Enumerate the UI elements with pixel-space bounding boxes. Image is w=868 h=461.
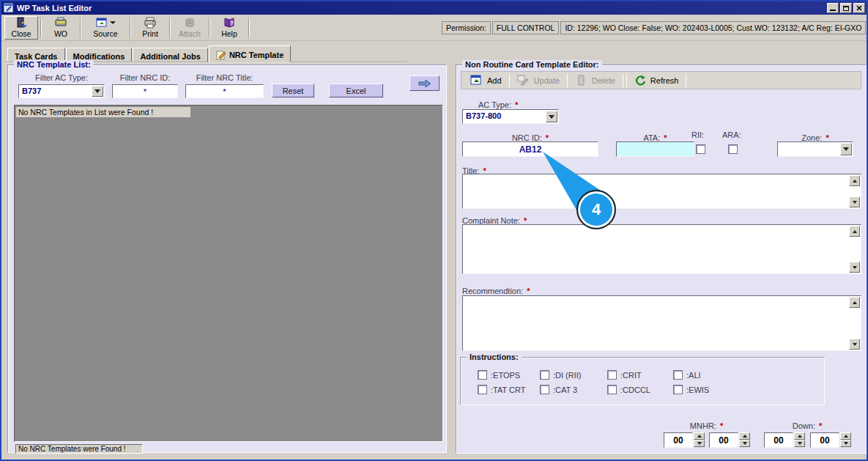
workorder-details: ID: 12296; WO Close: False; WO: 202403-L… — [560, 21, 866, 34]
stamp-icon — [183, 17, 196, 29]
title-bar: WP Task List Editor — [1, 1, 867, 15]
recommendation-textarea[interactable] — [462, 295, 861, 351]
print-button-label: Print — [142, 29, 158, 38]
spin-down-button[interactable] — [739, 440, 750, 447]
minimize-button[interactable] — [827, 3, 839, 13]
attach-button[interactable]: Attach — [173, 16, 207, 40]
recommendation-label-text: Recommendtion: — [462, 287, 523, 295]
crit-checkbox[interactable] — [607, 370, 617, 380]
scroll-down-button[interactable] — [849, 339, 860, 350]
exit-door-icon — [15, 17, 28, 29]
nrc-template-list-panel: NRC Template List: Filter AC Type: Filte… — [7, 64, 447, 453]
etops-checkbox[interactable] — [478, 370, 487, 380]
complaint-note-textarea[interactable] — [462, 224, 861, 274]
instructions-title: Instructions: — [467, 353, 522, 361]
delete-button[interactable]: Delete — [569, 73, 621, 88]
mnhr-hours-input[interactable] — [664, 432, 693, 448]
printer-device-icon — [54, 17, 67, 29]
ali-checkbox[interactable] — [673, 370, 683, 380]
nrc-id-input[interactable] — [462, 141, 598, 157]
collapse-panel-button[interactable] — [409, 75, 439, 91]
help-button[interactable]: ? Help — [212, 16, 246, 40]
tat-crt-checkbox[interactable] — [478, 385, 487, 394]
scroll-down-button[interactable] — [849, 196, 860, 207]
ac-type-combobox[interactable]: B737-800 — [462, 109, 559, 124]
ara-checkbox[interactable] — [728, 144, 738, 154]
title-textarea[interactable] — [462, 174, 861, 209]
nrc-template-list[interactable]: No NRC Templates in List were Found ! — [14, 105, 443, 442]
chevron-down-icon — [94, 89, 100, 93]
wo-button[interactable]: WO — [44, 16, 78, 40]
filter-nrc-title-label: Filter NRC Title: — [185, 73, 264, 82]
toolbar-separator — [248, 18, 250, 38]
di-rii-checkbox[interactable] — [540, 370, 549, 380]
toolbar-separator — [567, 74, 568, 87]
zone-combobox[interactable] — [777, 141, 853, 157]
scroll-up-button[interactable] — [849, 175, 860, 186]
app-window: WP Task List Editor Close WO — [0, 0, 868, 461]
restore-icon — [843, 6, 849, 11]
spin-up-button[interactable] — [739, 432, 750, 440]
scroll-down-button[interactable] — [849, 262, 860, 273]
tab-nrc-template[interactable]: NRC Template — [209, 45, 291, 62]
update-button[interactable]: Update — [511, 73, 565, 88]
excel-button[interactable]: Excel — [329, 84, 383, 97]
toolbar-separator — [209, 18, 210, 38]
book-question-icon: ? — [223, 17, 236, 29]
ewis-label: :EWIS — [686, 386, 709, 394]
arrow-down-icon — [844, 442, 848, 445]
required-marker: * — [527, 287, 530, 295]
reset-button[interactable]: Reset — [272, 84, 314, 97]
chevron-down-icon — [843, 147, 849, 151]
spin-up-button[interactable] — [840, 432, 851, 440]
help-button-label: Help — [221, 29, 237, 38]
zone-dropdown-button[interactable] — [840, 143, 852, 155]
window-title: WP Task List Editor — [17, 4, 92, 12]
scroll-up-button[interactable] — [849, 297, 860, 308]
scroll-up-button[interactable] — [849, 226, 860, 237]
right-panel-title: Non Routine Card Template Editor: — [462, 60, 602, 69]
filter-ac-type-combobox[interactable]: B737 — [18, 84, 105, 98]
cdccl-checkbox[interactable] — [607, 385, 617, 394]
refresh-button[interactable]: Refresh — [628, 73, 685, 88]
tab-additional-jobs[interactable]: Additional Jobs — [133, 48, 208, 62]
close-window-button[interactable] — [853, 3, 865, 13]
app-icon — [4, 3, 14, 13]
filter-nrc-title-input[interactable] — [185, 84, 264, 98]
spin-down-button[interactable] — [694, 440, 705, 447]
close-button-label: Close — [12, 29, 31, 38]
down-minutes-input[interactable] — [810, 432, 839, 448]
toolbar-separator — [509, 74, 510, 87]
tab-label: Modifications — [73, 52, 125, 61]
restore-button[interactable] — [840, 3, 852, 13]
mnhr-minutes-input[interactable] — [709, 432, 738, 448]
cat3-checkbox[interactable] — [540, 385, 549, 394]
tat-crt-label: :TAT CRT — [491, 386, 525, 394]
delete-button-label: Delete — [592, 76, 615, 85]
filter-nrc-id-input[interactable] — [112, 84, 178, 98]
mnhr-hours-spinner — [664, 432, 705, 448]
etops-label: :ETOPS — [491, 371, 520, 380]
add-button-label: Add — [487, 76, 502, 85]
spin-down-button[interactable] — [840, 440, 851, 447]
down-label-text: Down: — [793, 421, 815, 430]
filter-ac-type-dropdown-button[interactable] — [92, 86, 103, 97]
spin-up-button[interactable] — [694, 432, 705, 440]
close-button[interactable]: Close — [4, 16, 38, 40]
ata-input[interactable] — [616, 141, 694, 157]
spin-down-button[interactable] — [794, 440, 805, 447]
ac-type-dropdown-button[interactable] — [546, 111, 557, 122]
spin-up-button[interactable] — [794, 432, 805, 440]
ac-type-label-text: AC Type: — [478, 100, 511, 109]
print-button[interactable]: Print — [133, 16, 167, 40]
add-button[interactable]: Add — [464, 73, 508, 88]
cdccl-label: :CDCCL — [620, 386, 650, 394]
ewis-checkbox[interactable] — [673, 385, 683, 394]
down-hours-input[interactable] — [764, 432, 793, 448]
source-dropdown-arrow[interactable] — [110, 21, 116, 24]
rii-checkbox[interactable] — [696, 144, 705, 154]
required-marker: * — [515, 100, 518, 109]
toolbar-separator — [169, 18, 171, 38]
source-button[interactable]: Source — [84, 16, 127, 40]
circular-arrow-icon — [634, 75, 646, 86]
